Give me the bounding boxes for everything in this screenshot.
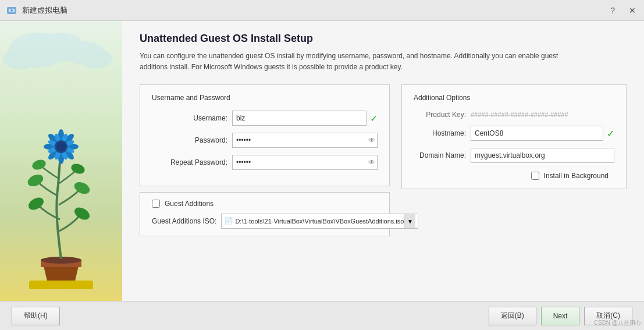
hostname-row: Hostname: ✓ — [414, 126, 614, 141]
svg-point-35 — [56, 142, 66, 151]
window-title: 新建虚拟电脑 — [22, 5, 67, 16]
guest-additions-checkbox-row: Guest Additions — [152, 200, 378, 208]
app-icon — [6, 5, 17, 16]
domain-name-input[interactable] — [471, 148, 614, 163]
iso-input-wrapper: 📄 D:\1-tools\21-VirtualBox\VirtualBox\VB… — [221, 214, 418, 229]
product-key-label: Product Key: — [414, 111, 466, 119]
help-window-button[interactable]: ? — [608, 5, 617, 16]
bottom-bar: 帮助(H) 返回(B) Next 取消(C) — [0, 301, 644, 330]
hostname-valid-icon: ✓ — [607, 128, 614, 139]
product-key-value: #####-#####-#####-#####-##### — [471, 111, 568, 118]
left-form-column: Username and Password Username: ✓ Passwo… — [140, 84, 390, 295]
username-password-title: Username and Password — [152, 94, 378, 102]
password-input[interactable] — [232, 133, 378, 148]
domain-name-row: Domain Name: — [414, 148, 614, 163]
guest-additions-section: Guest Additions Guest Additions ISO: 📄 D… — [140, 192, 390, 236]
iso-file-icon: 📄 — [224, 217, 233, 225]
svg-point-2 — [10, 9, 13, 12]
username-password-section: Username and Password Username: ✓ Passwo… — [140, 84, 390, 186]
hostname-input-wrapper — [471, 126, 603, 141]
product-key-row: Product Key: #####-#####-#####-#####-###… — [414, 111, 614, 119]
install-background-checkbox[interactable] — [531, 172, 539, 180]
main-content: Unattended Guest OS Install Setup You ca… — [0, 21, 644, 301]
hostname-input[interactable] — [471, 126, 603, 141]
close-window-button[interactable]: ✕ — [627, 5, 638, 16]
username-valid-icon: ✓ — [370, 113, 378, 124]
svg-rect-11 — [29, 281, 93, 289]
additional-options-title: Additional Options — [414, 94, 614, 102]
password-toggle-icon[interactable]: 👁 — [368, 136, 375, 144]
repeat-password-input-wrapper: 👁 — [232, 155, 378, 170]
repeat-password-input[interactable] — [232, 155, 378, 170]
iso-row: Guest Additions ISO: 📄 D:\1-tools\21-Vir… — [152, 214, 378, 229]
bottom-bar-left: 帮助(H) — [12, 307, 60, 325]
sidebar — [0, 21, 122, 301]
password-input-wrapper: 👁 — [232, 133, 378, 148]
svg-point-7 — [80, 49, 112, 68]
title-bar-left: 新建虚拟电脑 — [6, 5, 67, 16]
back-button[interactable]: 返回(B) — [489, 307, 536, 325]
svg-point-6 — [3, 48, 38, 69]
username-label: Username: — [152, 114, 227, 122]
domain-input-wrapper — [471, 148, 614, 163]
username-input-wrapper — [232, 111, 367, 126]
guest-additions-checkbox[interactable] — [152, 200, 160, 208]
iso-label: Guest Additions ISO: — [152, 217, 216, 225]
repeat-password-toggle-icon[interactable]: 👁 — [368, 158, 375, 166]
domain-name-label: Domain Name: — [414, 151, 466, 159]
help-button[interactable]: 帮助(H) — [12, 307, 60, 325]
password-row: Password: 👁 — [152, 133, 378, 148]
install-in-background-row: Install in Background — [414, 172, 609, 180]
cloud-decoration — [3, 27, 113, 85]
username-row: Username: ✓ — [152, 111, 378, 126]
plant-illustration — [12, 103, 111, 289]
iso-path: D:\1-tools\21-VirtualBox\VirtualBox\VBox… — [235, 218, 404, 225]
page-title: Unattended Guest OS Install Setup — [140, 33, 627, 45]
page-description: You can configure the unattended guest O… — [140, 51, 576, 73]
next-button[interactable]: Next — [541, 307, 580, 325]
repeat-password-row: Repeat Password: 👁 — [152, 155, 378, 170]
username-input[interactable] — [232, 111, 367, 126]
title-bar-controls: ? ✕ — [608, 5, 638, 16]
guest-additions-label[interactable]: Guest Additions — [165, 200, 214, 208]
watermark: CSDN @八分用心 — [594, 319, 641, 327]
install-background-label[interactable]: Install in Background — [544, 172, 609, 180]
hostname-label: Hostname: — [414, 129, 466, 137]
form-area: Username and Password Username: ✓ Passwo… — [140, 84, 627, 295]
additional-options-section: Additional Options Product Key: #####-##… — [401, 84, 627, 295]
title-bar: 新建虚拟电脑 ? ✕ — [0, 0, 644, 21]
password-label: Password: — [152, 136, 227, 144]
right-panel: Unattended Guest OS Install Setup You ca… — [122, 21, 644, 301]
additional-options-box: Additional Options Product Key: #####-##… — [401, 84, 627, 189]
repeat-password-label: Repeat Password: — [152, 158, 227, 166]
